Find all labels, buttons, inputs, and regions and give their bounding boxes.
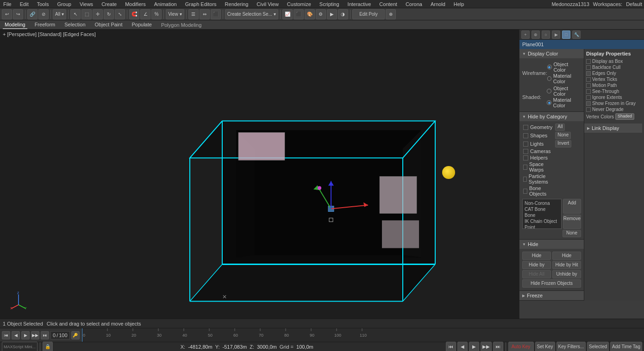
y-coord-value[interactable]: -517,083m bbox=[223, 344, 247, 350]
menu-customize[interactable]: Customize bbox=[286, 1, 313, 7]
rp-display-icon[interactable]: □ bbox=[562, 31, 570, 39]
dp-edges-only[interactable]: Edges Only bbox=[586, 70, 642, 76]
cat-lights[interactable]: Lights bbox=[522, 140, 553, 148]
menu-civil-view[interactable]: Civil View bbox=[255, 1, 280, 7]
menu-modifiers[interactable]: Modifiers bbox=[124, 1, 147, 7]
dp-show-frozen-gray[interactable]: Show Frozen in Gray bbox=[586, 100, 642, 106]
freeze-header[interactable]: ▶ Freeze bbox=[519, 291, 584, 300]
wireframe-object-color[interactable]: Object Color bbox=[547, 62, 581, 73]
menu-arnold[interactable]: Arnold bbox=[429, 1, 447, 7]
auto-key-btn[interactable]: Auto Key bbox=[508, 342, 534, 351]
hbc-list-box[interactable]: Non-Corona CAT Bone Bone IK Chain Object… bbox=[522, 199, 562, 229]
timeline-track[interactable]: 0 10 20 30 40 50 60 70 80 90 100 110 bbox=[82, 328, 644, 342]
frame-counter[interactable]: 0 / 100 bbox=[50, 331, 70, 339]
tl-key-mode[interactable]: 🔑 bbox=[71, 331, 80, 339]
named-selection-button[interactable]: ☰ bbox=[188, 9, 199, 19]
list-item-bone[interactable]: Bone bbox=[524, 212, 560, 218]
cat-bone-objects[interactable]: Bone Objects bbox=[522, 185, 553, 197]
hbc-invert-btn[interactable]: Invert bbox=[555, 140, 571, 148]
hide-by-category-header[interactable]: ▼ Hide by Category bbox=[519, 112, 584, 121]
undo-button[interactable]: ↩ bbox=[2, 9, 12, 19]
skip-end-btn[interactable]: ⏭ bbox=[493, 342, 503, 351]
hide-frozen-btn[interactable]: Hide Frozen Objects bbox=[522, 279, 581, 288]
dp-see-through[interactable]: See-Through bbox=[586, 88, 642, 94]
redo-button[interactable]: ↪ bbox=[13, 9, 23, 19]
cat-cameras[interactable]: Cameras bbox=[522, 148, 553, 154]
add-time-tag-btn[interactable]: Add Time Tag bbox=[610, 342, 642, 351]
hbc-add-btn[interactable]: Add bbox=[563, 199, 581, 214]
shaded-object-color[interactable]: Object Color bbox=[547, 86, 581, 97]
edit-poly-label[interactable]: Edit Poly bbox=[352, 9, 385, 19]
move-button[interactable]: ✛ bbox=[93, 9, 103, 19]
dp-ignore-extents[interactable]: Ignore Extents bbox=[586, 94, 642, 100]
dp-display-as-box[interactable]: Display as Box bbox=[586, 58, 642, 64]
select-button[interactable]: ↖ bbox=[70, 9, 81, 19]
dp-backface-cull[interactable]: Backface Cull bbox=[586, 64, 642, 70]
lock-selection-btn[interactable]: 🔒 bbox=[43, 342, 53, 351]
hide-header[interactable]: ▼ Hide bbox=[519, 240, 584, 249]
dp-motion-path[interactable]: Motion Path bbox=[586, 82, 642, 88]
angle-snap[interactable]: ∠ bbox=[140, 9, 150, 19]
cat-space-warps[interactable]: Space Warps bbox=[522, 161, 553, 173]
link-display-header[interactable]: ▶ Link Display bbox=[584, 123, 642, 133]
list-item-ik-chain[interactable]: IK Chain Object bbox=[524, 218, 560, 224]
select-link-button[interactable]: 🔗 bbox=[27, 9, 38, 19]
mirror-button[interactable]: ⇔ bbox=[200, 9, 210, 19]
tl-play[interactable]: ▶ bbox=[21, 331, 30, 339]
shaded-material-color[interactable]: Material Color bbox=[547, 97, 581, 108]
render-frame-button[interactable]: ▶ bbox=[327, 9, 337, 19]
list-item-cat-bone[interactable]: CAT Bone bbox=[524, 206, 560, 212]
tab-freeform[interactable]: Freeform bbox=[33, 21, 57, 29]
tl-skip-start[interactable]: ⏮ bbox=[2, 331, 10, 339]
script-mini-editor[interactable]: MAXScript Mini... bbox=[2, 342, 38, 351]
rp-utilities-icon[interactable]: 🔧 bbox=[572, 31, 581, 39]
menu-file[interactable]: File bbox=[2, 1, 13, 7]
menu-graph-editors[interactable]: Graph Editors bbox=[184, 1, 218, 7]
hide-all-btn[interactable]: Hide All bbox=[522, 270, 551, 278]
menu-views[interactable]: Views bbox=[78, 1, 94, 7]
material-editor-button[interactable]: 🎨 bbox=[305, 9, 315, 19]
dp-never-degrade[interactable]: Never Degrade bbox=[586, 106, 642, 112]
cat-check-lights[interactable] bbox=[523, 142, 528, 147]
unhide-by-name-btn[interactable]: Unhide by Name... bbox=[552, 270, 581, 278]
dp-vertex-ticks[interactable]: Vertex Ticks bbox=[586, 76, 642, 82]
tab-polygon-modeling[interactable]: Modeling bbox=[3, 21, 27, 29]
hbc-all-btn[interactable]: All bbox=[555, 123, 565, 131]
hide-by-hit-btn[interactable]: Hide by Hit bbox=[552, 261, 581, 269]
key-filters-btn[interactable]: Key Filters... bbox=[556, 342, 586, 351]
select-region-button[interactable]: ⬚ bbox=[81, 9, 92, 19]
extra-button[interactable]: ⊕ bbox=[386, 9, 396, 19]
rp-hierarchy-icon[interactable]: ○ bbox=[542, 31, 550, 39]
x-coord-value[interactable]: -4812,80m bbox=[188, 344, 213, 350]
menu-tools[interactable]: Tools bbox=[36, 1, 50, 7]
hide-by-name-btn[interactable]: Hide by Name... bbox=[522, 261, 551, 269]
prev-key-btn[interactable]: ◀ bbox=[457, 342, 468, 351]
hide-unselected-btn[interactable]: Hide Unselected bbox=[552, 252, 581, 260]
tl-next-frame[interactable]: ▶▶ bbox=[31, 331, 39, 339]
cat-check-space-warps[interactable] bbox=[523, 165, 527, 170]
percent-snap[interactable]: % bbox=[151, 9, 162, 19]
menu-scripting[interactable]: Scripting bbox=[318, 1, 341, 7]
cat-helpers[interactable]: Helpers bbox=[522, 154, 553, 161]
list-item-non-corona[interactable]: Non-Corona bbox=[524, 200, 560, 206]
cat-check-helpers[interactable] bbox=[523, 155, 528, 160]
tab-selection[interactable]: Selection bbox=[63, 21, 87, 29]
skip-start-btn[interactable]: ⏮ bbox=[446, 342, 456, 351]
create-selection-set[interactable]: Create Selection Se... ▾ bbox=[225, 9, 278, 19]
menu-corona[interactable]: Corona bbox=[404, 1, 424, 7]
play-btn[interactable]: ▶ bbox=[469, 342, 479, 351]
object-name-field[interactable]: Plane001 bbox=[519, 40, 644, 49]
scale-button[interactable]: ⤡ bbox=[115, 9, 125, 19]
z-coord-value[interactable]: 3000,0m bbox=[257, 344, 277, 350]
hide-selected-btn[interactable]: Hide Selected bbox=[522, 252, 551, 260]
tab-object-paint[interactable]: Object Paint bbox=[93, 21, 125, 29]
cat-check-shapes[interactable] bbox=[523, 133, 528, 138]
cat-particle-systems[interactable]: Particle Systems bbox=[522, 173, 553, 185]
hbc-list-none-btn[interactable]: None bbox=[563, 230, 581, 237]
rp-motion-icon[interactable]: ▶ bbox=[552, 31, 560, 39]
curve-editor-button[interactable]: 📈 bbox=[282, 9, 293, 19]
cat-check-cameras[interactable] bbox=[523, 149, 528, 154]
cat-geometry[interactable]: Geometry bbox=[522, 123, 553, 131]
cat-shapes[interactable]: Shapes bbox=[522, 131, 553, 140]
cat-check-particle-systems[interactable] bbox=[523, 177, 527, 182]
